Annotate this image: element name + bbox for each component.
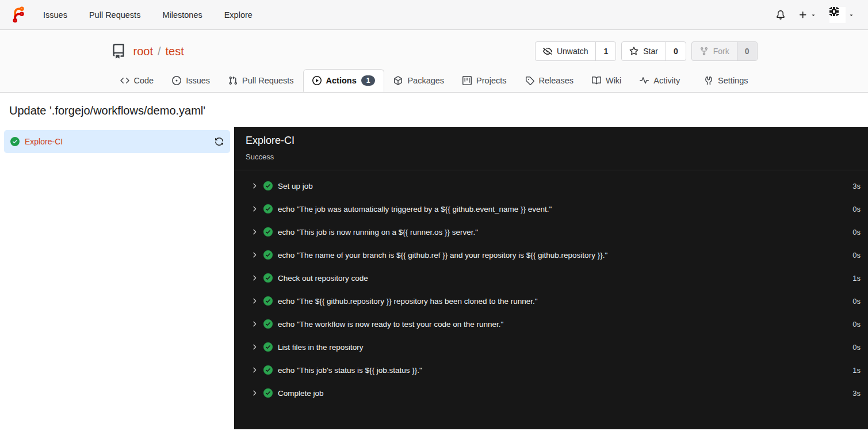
check-circle-icon bbox=[263, 181, 273, 190]
repo-tab-bar: Code Issues Pull Requests Actions 1 Pack… bbox=[111, 69, 758, 92]
step-duration: 1s bbox=[841, 274, 861, 283]
check-circle-icon bbox=[10, 137, 20, 146]
jobs-sidebar: Explore-CI bbox=[0, 127, 234, 429]
chevron-right-icon[interactable] bbox=[250, 182, 258, 190]
chevron-right-icon[interactable] bbox=[250, 228, 258, 236]
step-name: echo "This job's status is ${{ job.statu… bbox=[278, 366, 422, 375]
job-step-row[interactable]: Set up job3s bbox=[234, 174, 868, 197]
tab-pull-requests[interactable]: Pull Requests bbox=[219, 69, 303, 92]
unwatch-label: Unwatch bbox=[557, 47, 588, 56]
unwatch-button[interactable]: Unwatch 1 bbox=[535, 41, 616, 61]
navbar-right bbox=[772, 3, 858, 26]
repo-action-buttons: Unwatch 1 Star 0 bbox=[535, 41, 758, 61]
job-step-row[interactable]: echo "This job's status is ${{ job.statu… bbox=[234, 358, 868, 382]
user-menu-button[interactable] bbox=[825, 3, 858, 26]
job-list-item-explore-ci[interactable]: Explore-CI bbox=[4, 130, 230, 153]
actions-run-page: Update '.forgejo/workflows/demo.yaml' Ex… bbox=[0, 93, 868, 429]
navbar-links: Issues Pull Requests Milestones Explore bbox=[32, 0, 263, 30]
check-circle-icon bbox=[263, 342, 273, 352]
step-duration: 0s bbox=[841, 320, 861, 329]
tab-packages[interactable]: Packages bbox=[384, 69, 453, 92]
repo-icon bbox=[111, 44, 126, 59]
stars-count[interactable]: 0 bbox=[666, 42, 686, 60]
issue-opened-icon bbox=[172, 76, 181, 85]
check-circle-icon bbox=[263, 296, 273, 306]
tab-label: Settings bbox=[718, 76, 748, 85]
check-circle-icon bbox=[263, 250, 273, 260]
tag-icon bbox=[525, 76, 534, 85]
job-log-title: Explore-CI bbox=[246, 135, 856, 147]
step-duration: 3s bbox=[841, 182, 861, 190]
eye-closed-icon bbox=[543, 47, 552, 56]
check-circle-icon bbox=[263, 227, 273, 237]
tab-label: Packages bbox=[407, 76, 444, 85]
tab-label: Actions bbox=[326, 76, 357, 85]
tab-label: Releases bbox=[539, 76, 573, 85]
create-new-button[interactable] bbox=[794, 7, 820, 23]
top-navbar: Issues Pull Requests Milestones Explore bbox=[0, 0, 868, 30]
watchers-count[interactable]: 1 bbox=[595, 42, 615, 60]
job-step-row[interactable]: Check out repository code1s bbox=[234, 266, 868, 289]
step-name: echo "The job was automatically triggere… bbox=[278, 205, 552, 213]
chevron-right-icon[interactable] bbox=[250, 366, 258, 374]
tab-actions[interactable]: Actions 1 bbox=[303, 69, 385, 92]
step-name: echo "This job is now running on a ${{ r… bbox=[278, 228, 478, 237]
chevron-right-icon[interactable] bbox=[250, 251, 258, 259]
tab-activity[interactable]: Activity bbox=[630, 69, 689, 92]
pulse-icon bbox=[640, 76, 649, 85]
tab-settings[interactable]: Settings bbox=[695, 69, 757, 92]
check-circle-icon bbox=[263, 388, 273, 398]
forks-count: 0 bbox=[737, 42, 757, 60]
tab-label: Projects bbox=[476, 76, 506, 85]
tab-releases[interactable]: Releases bbox=[516, 69, 583, 92]
star-button[interactable]: Star 0 bbox=[621, 41, 686, 61]
tab-label: Issues bbox=[186, 76, 210, 85]
step-duration: 3s bbox=[841, 389, 861, 398]
chevron-right-icon[interactable] bbox=[250, 297, 258, 305]
job-step-row[interactable]: Complete job3s bbox=[234, 382, 868, 405]
repo-breadcrumb: root / test bbox=[133, 45, 184, 58]
job-step-row[interactable]: List files in the repository0s bbox=[234, 335, 868, 358]
navbar-item-pull-requests[interactable]: Pull Requests bbox=[78, 0, 151, 30]
tab-projects[interactable]: Projects bbox=[453, 69, 515, 92]
play-icon bbox=[312, 76, 322, 85]
rerun-job-icon[interactable] bbox=[215, 137, 224, 146]
job-log-panel: Explore-CI Success Set up job3secho "The… bbox=[234, 127, 868, 429]
check-circle-icon bbox=[263, 365, 273, 375]
chevron-right-icon[interactable] bbox=[250, 320, 258, 328]
chevron-right-icon[interactable] bbox=[250, 274, 258, 282]
package-icon bbox=[393, 76, 403, 85]
navbar-item-explore[interactable]: Explore bbox=[213, 0, 263, 30]
step-duration: 0s bbox=[841, 297, 861, 306]
check-circle-icon bbox=[263, 319, 273, 329]
book-icon bbox=[592, 76, 601, 85]
navbar-item-milestones[interactable]: Milestones bbox=[151, 0, 213, 30]
plus-icon bbox=[798, 10, 808, 20]
tab-label: Pull Requests bbox=[242, 76, 293, 85]
job-step-row[interactable]: echo "The ${{ github.repository }} repos… bbox=[234, 289, 868, 312]
job-step-row[interactable]: echo "This job is now running on a ${{ r… bbox=[234, 220, 868, 243]
tab-issues[interactable]: Issues bbox=[163, 69, 219, 92]
tab-code[interactable]: Code bbox=[111, 69, 163, 92]
forgejo-logo-icon[interactable] bbox=[10, 6, 27, 24]
job-step-row[interactable]: echo "The job was automatically triggere… bbox=[234, 197, 868, 220]
job-step-row[interactable]: echo "The name of your branch is ${{ git… bbox=[234, 243, 868, 266]
navbar-item-issues[interactable]: Issues bbox=[32, 0, 78, 30]
step-duration: 0s bbox=[841, 343, 861, 352]
chevron-right-icon[interactable] bbox=[250, 343, 258, 351]
fork-icon bbox=[699, 47, 709, 56]
chevron-right-icon[interactable] bbox=[250, 389, 258, 397]
repo-name-link[interactable]: test bbox=[166, 45, 184, 58]
code-icon bbox=[120, 76, 129, 85]
job-step-row[interactable]: echo "The workflow is now ready to test … bbox=[234, 312, 868, 335]
step-duration: 0s bbox=[841, 228, 861, 237]
step-name: Set up job bbox=[278, 182, 313, 190]
chevron-right-icon[interactable] bbox=[250, 205, 258, 213]
job-name: Explore-CI bbox=[25, 137, 63, 146]
fork-label: Fork bbox=[713, 47, 729, 56]
job-status-text: Success bbox=[246, 152, 856, 161]
page-title: Update '.forgejo/workflows/demo.yaml' bbox=[0, 93, 868, 127]
repo-owner-link[interactable]: root bbox=[133, 45, 153, 58]
notifications-button[interactable] bbox=[772, 7, 789, 23]
tab-wiki[interactable]: Wiki bbox=[583, 69, 630, 92]
